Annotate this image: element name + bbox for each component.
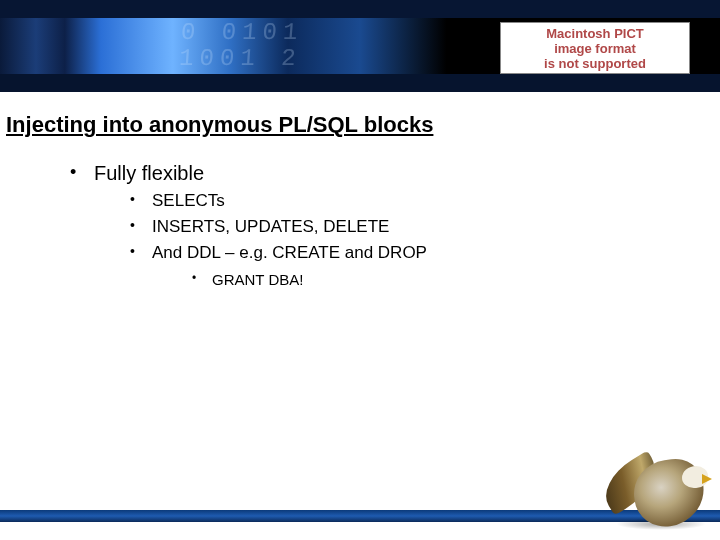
pict-line-2: image format (554, 41, 636, 56)
banner-strip-top (0, 0, 720, 18)
bullet-level2: SELECTs (130, 191, 720, 211)
bullet-level2: INSERTS, UPDATES, DELETE (130, 217, 720, 237)
pict-line-1: Macintosh PICT (546, 26, 644, 41)
bullet-level3: GRANT DBA! (192, 271, 720, 288)
bullet-sublist: SELECTs INSERTS, UPDATES, DELETE And DDL… (94, 191, 720, 288)
bullet-subsublist: GRANT DBA! (152, 271, 720, 288)
banner-strip-bottom (0, 74, 720, 92)
bullet-text: Fully flexible (94, 162, 204, 184)
pict-placeholder: Macintosh PICT image format is not suppo… (500, 22, 690, 74)
bullet-level1: Fully flexible SELECTs INSERTS, UPDATES,… (70, 162, 720, 288)
bullet-list: Fully flexible SELECTs INSERTS, UPDATES,… (0, 162, 720, 288)
bullet-level2: And DDL – e.g. CREATE and DROP GRANT DBA… (130, 243, 720, 288)
eagle-beak-icon (702, 474, 712, 484)
bullet-text: And DDL – e.g. CREATE and DROP (152, 243, 427, 262)
footer-logo (602, 450, 712, 532)
slide-title: Injecting into anonymous PL/SQL blocks (6, 112, 720, 138)
header-banner: 0 0101 1001 2 Macintosh PICT image forma… (0, 0, 720, 92)
pict-line-3: is not supported (544, 56, 646, 71)
